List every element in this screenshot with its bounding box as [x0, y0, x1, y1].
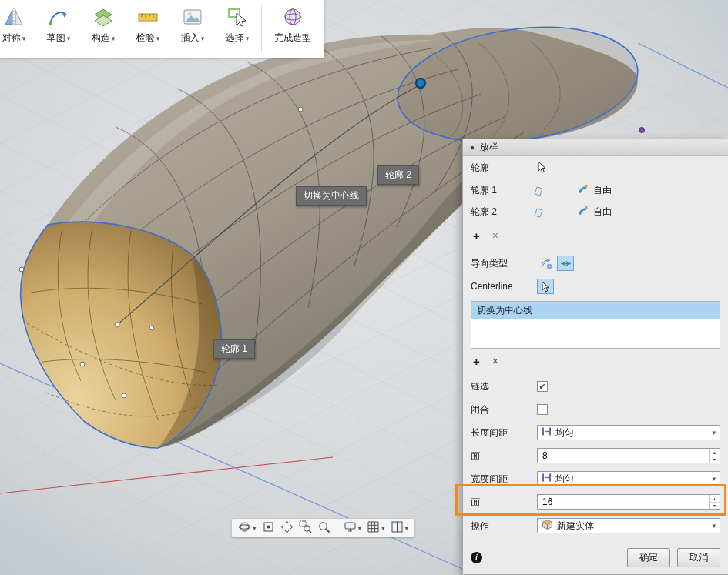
- display-settings-button[interactable]: ▾: [341, 520, 364, 537]
- ok-button[interactable]: 确定: [627, 548, 670, 567]
- tooltip-profile1: 轮廓 1: [213, 339, 255, 359]
- profile-row[interactable]: 轮廓 2 自由: [463, 201, 728, 222]
- tooltip-centerline: 切换为中心线: [296, 186, 367, 206]
- toolbar-item-construct[interactable]: 构造▾: [81, 0, 126, 58]
- cancel-button[interactable]: 取消: [677, 548, 720, 567]
- toolbar-label: 草图: [47, 32, 65, 45]
- finish-form-icon: [280, 4, 306, 30]
- loft-dialog-header[interactable]: ● 放样: [463, 139, 728, 156]
- faces-length-input[interactable]: [538, 449, 709, 463]
- remove-rail-button[interactable]: ×: [492, 356, 498, 366]
- spin-down-icon[interactable]: ▾: [710, 503, 720, 510]
- caret-icon: ▾: [201, 35, 205, 42]
- loft-dialog: ● 放样 轮廓 轮廓 1 自由 轮廓 2 自由 + ×: [462, 139, 728, 575]
- rail-list-item-selected[interactable]: 切换为中心线: [471, 302, 720, 319]
- caret-icon: ▾: [405, 524, 409, 532]
- chevron-down-icon: ▾: [712, 522, 716, 530]
- toolbar-label: 完成造型: [274, 32, 311, 45]
- centerline-select-button[interactable]: [537, 279, 554, 294]
- add-rail-button[interactable]: +: [473, 356, 480, 367]
- pan-button[interactable]: [278, 520, 296, 537]
- operation-dropdown[interactable]: 新建实体 ▾: [537, 518, 720, 533]
- construct-icon: [90, 4, 116, 30]
- zoom-window-button[interactable]: [297, 520, 314, 537]
- navbar-divider: [337, 522, 337, 534]
- look-at-button[interactable]: [260, 520, 277, 537]
- faces-width-input[interactable]: [538, 495, 709, 509]
- operation-row: 操作 新建实体 ▾: [463, 513, 728, 538]
- spacing-icon: [542, 473, 552, 485]
- profiles-list-actions: + ×: [463, 226, 728, 246]
- profile-glyph-icon: [532, 206, 577, 218]
- toolbar-label: 插入: [181, 32, 200, 45]
- caret-icon: ▾: [358, 524, 362, 532]
- highlighted-point[interactable]: [416, 79, 425, 88]
- spin-up-icon[interactable]: ▴: [710, 495, 720, 503]
- caret-icon: ▾: [22, 35, 26, 42]
- closed-checkbox[interactable]: [537, 404, 548, 415]
- caret-icon: ▾: [156, 35, 160, 42]
- symmetry-icon: [1, 4, 27, 30]
- navigation-bar: ▾ ▾ ▾ ▾: [231, 518, 415, 537]
- chain-label: 链选: [471, 380, 537, 393]
- toolbar-divider: [261, 5, 262, 53]
- chevron-down-icon: ▾: [712, 429, 716, 436]
- rails-list-actions: + ×: [463, 352, 728, 370]
- profile-row[interactable]: 轮廓 1 自由: [463, 179, 728, 201]
- spin-down-icon[interactable]: ▾: [710, 456, 720, 463]
- remove-profile-button[interactable]: ×: [492, 230, 498, 241]
- profile-condition[interactable]: 自由: [577, 206, 612, 219]
- caret-icon: ▾: [67, 35, 71, 42]
- check-icon: ✔: [538, 382, 545, 392]
- caret-icon: ▾: [246, 35, 250, 42]
- profiles-section-row: 轮廓: [463, 156, 728, 179]
- condition-label: 自由: [593, 206, 612, 219]
- zoom-window-icon: [299, 520, 312, 536]
- new-body-icon: [542, 519, 553, 533]
- faces-width-label: 面: [471, 496, 537, 509]
- rails-mode-button[interactable]: [537, 256, 554, 271]
- toolbar-label: 构造: [92, 32, 110, 45]
- caret-icon: ▾: [112, 35, 116, 42]
- operation-value: 新建实体: [557, 520, 594, 533]
- look-at-icon: [262, 520, 275, 536]
- centerline-mode-button[interactable]: [557, 256, 574, 271]
- add-profile-button[interactable]: +: [473, 230, 480, 242]
- toolbar-item-sketch[interactable]: 草图▾: [36, 0, 81, 58]
- faces-length-row: 面 ▴ ▾: [463, 444, 728, 467]
- guide-type-row: 导向类型: [463, 252, 728, 275]
- toolbar-item-inspect[interactable]: 检验▾: [126, 0, 170, 58]
- grid-icon: [367, 520, 380, 536]
- width-spacing-dropdown[interactable]: 均匀 ▾: [537, 471, 720, 486]
- info-icon[interactable]: i: [471, 552, 482, 563]
- zoom-icon: [317, 520, 330, 536]
- length-spacing-dropdown[interactable]: 均匀 ▾: [537, 425, 720, 440]
- toolbar-item-finish-form[interactable]: 完成造型: [263, 0, 322, 58]
- toolbar-item-insert[interactable]: 插入▾: [170, 0, 215, 58]
- rail-item-label: 切换为中心线: [477, 304, 532, 317]
- rails-list[interactable]: 切换为中心线: [471, 301, 720, 349]
- chain-checkbox[interactable]: ✔: [537, 381, 548, 392]
- inspect-icon: [135, 4, 161, 30]
- width-spacing-value: 均匀: [555, 473, 574, 486]
- profile-condition[interactable]: 自由: [577, 184, 612, 197]
- operation-label: 操作: [471, 520, 537, 533]
- faces-width-stepper[interactable]: ▴ ▾: [537, 494, 720, 510]
- main-toolbar: 对称▾ 草图▾ 构造▾ 检验▾ 插入▾ 选择▾ 完成造型: [0, 0, 324, 58]
- profile-glyph-icon: [532, 185, 577, 196]
- rail-endpoint[interactable]: [639, 128, 645, 133]
- pan-icon: [280, 520, 294, 536]
- faces-length-stepper[interactable]: ▴ ▾: [537, 448, 720, 463]
- chevron-down-icon: ▾: [712, 475, 716, 483]
- grid-snap-button[interactable]: ▾: [364, 520, 387, 537]
- zoom-button[interactable]: [315, 520, 333, 537]
- spin-up-icon[interactable]: ▴: [710, 449, 720, 456]
- toolbar-label: 检验: [136, 32, 155, 45]
- guide-type-label: 导向类型: [471, 257, 537, 270]
- orbit-button[interactable]: ▾: [236, 520, 259, 537]
- viewports-button[interactable]: ▾: [388, 520, 411, 537]
- toolbar-item-symmetry[interactable]: 对称▾: [0, 0, 36, 58]
- toolbar-label: 对称: [2, 32, 21, 45]
- toolbar-item-select[interactable]: 选择▾: [215, 0, 260, 58]
- display-settings-icon: [344, 520, 357, 536]
